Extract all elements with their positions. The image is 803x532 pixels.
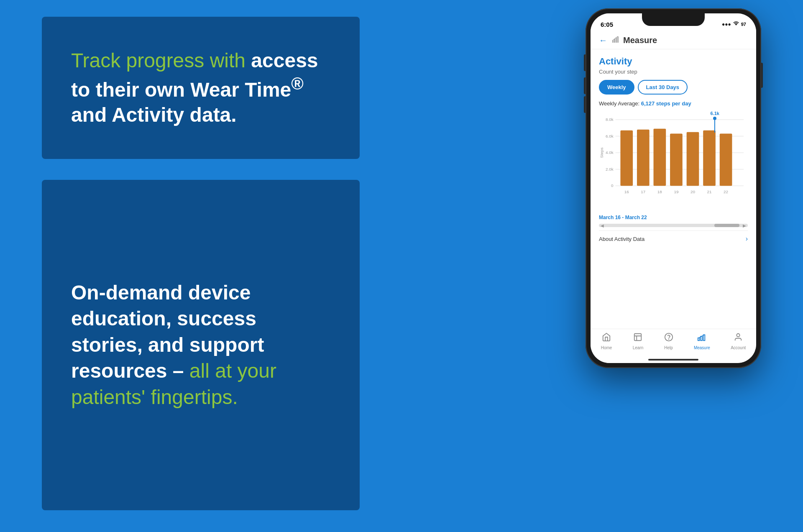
chart-svg: 8.0k 6.0k 4.0k 2.0k 0 Steps: [599, 111, 748, 203]
phone-outer: 6:05 ●●● 97 ←: [586, 8, 761, 368]
svg-text:17: 17: [641, 189, 645, 194]
home-bar: [648, 359, 698, 361]
bottom-nav: Home Learn Help: [591, 329, 756, 363]
weekly-avg-value: 6,127 steps per day: [641, 100, 691, 107]
svg-text:16: 16: [624, 189, 629, 194]
callout-dot: [713, 117, 716, 120]
bottom-panel: On-demand device education, success stor…: [42, 180, 360, 510]
svg-point-37: [737, 334, 740, 337]
about-row[interactable]: About Activity Data ›: [599, 230, 748, 247]
svg-text:Steps: Steps: [599, 147, 604, 158]
callout-value: 6.1k: [711, 111, 719, 116]
svg-rect-29: [634, 334, 642, 341]
svg-rect-15: [620, 130, 633, 186]
home-label: Home: [601, 345, 612, 350]
svg-text:19: 19: [674, 189, 678, 194]
scroll-left-arrow[interactable]: ◀: [601, 223, 604, 228]
svg-rect-17: [654, 129, 666, 186]
svg-rect-18: [670, 134, 683, 186]
about-chevron: ›: [746, 235, 748, 243]
svg-rect-36: [703, 335, 705, 341]
nav-item-account[interactable]: Account: [731, 332, 746, 350]
help-icon: [664, 332, 673, 344]
home-icon: [602, 332, 611, 344]
chart-date-range: March 16 - March 22: [599, 215, 748, 220]
tab-row: Weekly Last 30 Days: [599, 80, 748, 95]
svg-text:22: 22: [724, 189, 728, 194]
battery-icon: 97: [741, 22, 746, 27]
last30-tab[interactable]: Last 30 Days: [638, 80, 688, 95]
svg-rect-34: [698, 338, 700, 340]
nav-title: Measure: [623, 36, 657, 45]
callout-line: [714, 120, 715, 133]
svg-rect-0: [612, 40, 614, 43]
svg-text:2.0k: 2.0k: [606, 167, 614, 171]
activity-title: Activity: [599, 56, 748, 67]
help-label: Help: [664, 345, 673, 350]
nav-item-learn[interactable]: Learn: [633, 332, 644, 350]
chart-scrollbar[interactable]: ◀ ▶: [599, 224, 748, 227]
track-text: Track progress with: [71, 49, 251, 72]
learn-icon: [633, 332, 642, 344]
svg-text:4.0k: 4.0k: [606, 150, 614, 155]
measure-icon: [611, 35, 620, 46]
scroll-right-arrow[interactable]: ▶: [743, 223, 746, 228]
nav-item-help[interactable]: Help: [664, 332, 673, 350]
svg-rect-16: [637, 130, 650, 186]
screen-content: Activity Count your step Weekly Last 30 …: [591, 49, 756, 339]
chart-area: 6.1k 8.0k 6.0k: [599, 111, 748, 211]
nav-item-home[interactable]: Home: [601, 332, 612, 350]
svg-rect-1: [614, 39, 615, 43]
learn-label: Learn: [633, 345, 644, 350]
top-panel: Track progress with access to their own …: [42, 17, 360, 159]
wifi-icon: [733, 21, 739, 27]
back-button[interactable]: ←: [599, 36, 607, 45]
status-time: 6:05: [601, 21, 613, 28]
bottom-panel-text: On-demand device education, success stor…: [71, 280, 330, 410]
activity-subtitle: Count your step: [599, 69, 748, 75]
svg-rect-3: [617, 36, 619, 43]
nav-item-measure[interactable]: Measure: [694, 332, 710, 350]
phone-notch: [642, 13, 705, 26]
measure-nav-icon: [697, 332, 706, 344]
svg-text:0: 0: [611, 183, 614, 188]
top-panel-text: Track progress with access to their own …: [71, 48, 330, 128]
signal-icon: ●●●: [722, 21, 731, 27]
dash-text: –: [167, 360, 189, 382]
scroll-thumb: [714, 224, 739, 227]
svg-rect-21: [720, 134, 732, 186]
phone-screen: 6:05 ●●● 97 ←: [591, 13, 756, 363]
chart-callout: 6.1k: [711, 111, 719, 133]
about-label: About Activity Data: [599, 236, 644, 242]
phone-container: 6:05 ●●● 97 ←: [586, 8, 761, 368]
svg-text:21: 21: [707, 189, 712, 194]
svg-rect-2: [616, 38, 617, 43]
status-icons: ●●● 97: [722, 21, 746, 27]
svg-rect-19: [687, 132, 699, 186]
svg-rect-20: [703, 130, 716, 186]
weekly-tab[interactable]: Weekly: [599, 80, 634, 95]
account-label: Account: [731, 345, 746, 350]
measure-label: Measure: [694, 345, 710, 350]
weekly-avg-label: Weekly Average:: [599, 100, 639, 107]
svg-text:6.0k: 6.0k: [606, 134, 614, 138]
weekly-avg: Weekly Average: 6,127 steps per day: [599, 100, 748, 107]
nav-title-area: Measure: [611, 35, 657, 46]
svg-text:8.0k: 8.0k: [606, 117, 614, 122]
top-nav-bar: ← Measure: [591, 32, 756, 49]
account-icon: [734, 332, 743, 344]
svg-text:18: 18: [657, 189, 662, 194]
svg-text:20: 20: [690, 189, 695, 194]
